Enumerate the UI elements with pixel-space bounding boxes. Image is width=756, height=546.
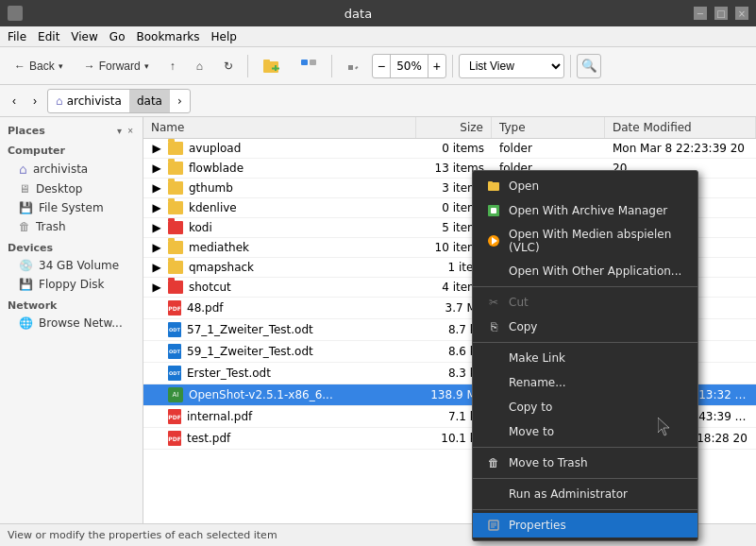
- desktop-icon: 🖥: [19, 182, 30, 196]
- menu-help[interactable]: Help: [206, 28, 243, 45]
- cm-copy-to[interactable]: Copy to: [473, 395, 697, 419]
- new-folder-button[interactable]: [254, 54, 288, 78]
- open-other-icon: [486, 264, 501, 279]
- network-icon: 🌐: [19, 316, 33, 330]
- loc-next-button[interactable]: ›: [26, 90, 43, 112]
- file-name: 48.pdf: [187, 301, 224, 315]
- cm-run-as-admin[interactable]: Run as Administrator: [473, 482, 697, 506]
- header-size[interactable]: Size: [416, 117, 492, 138]
- header-name[interactable]: Name: [143, 117, 416, 138]
- pdf-icon: PDF: [168, 409, 181, 424]
- cm-cut-label: Cut: [509, 296, 529, 309]
- cm-sep-2: [473, 342, 697, 343]
- new-folder-icon: [262, 58, 279, 75]
- cm-move-to[interactable]: Move to: [473, 419, 697, 444]
- zoom-in-button[interactable]: +: [428, 55, 445, 77]
- file-type: folder: [492, 139, 605, 158]
- places-menu-button[interactable]: ▾: [115, 126, 124, 136]
- properties-icon: [486, 518, 501, 533]
- expand-icon: ▶: [151, 142, 162, 155]
- menu-edit[interactable]: Edit: [32, 28, 65, 45]
- toolbar: ← Back ▾ → Forward ▾ ↑ ⌂ ↻: [0, 47, 756, 85]
- cm-move-to-trash[interactable]: 🗑 Move to Trash: [473, 451, 697, 475]
- sidebar-item-archivista[interactable]: ⌂ archivista: [0, 159, 143, 179]
- refresh-button[interactable]: ↻: [215, 56, 242, 77]
- sidebar-header-actions: ▾ ×: [115, 126, 135, 136]
- minimize-button[interactable]: −: [694, 7, 707, 20]
- move-to-icon: [486, 424, 501, 439]
- sidebar-item-trash[interactable]: 🗑 Trash: [0, 217, 143, 236]
- sidebar: Places ▾ × Computer ⌂ archivista 🖥 Deskt…: [0, 117, 143, 523]
- file-name: mediathek: [189, 241, 249, 254]
- cm-open-vlc-label: Open With Medien abspielen (VLC): [509, 228, 684, 254]
- cm-sep-1: [473, 286, 697, 287]
- file-name: internal.pdf: [187, 410, 252, 423]
- maximize-button[interactable]: □: [714, 7, 728, 20]
- search-button[interactable]: 🔍: [577, 54, 601, 78]
- cm-rename[interactable]: Rename...: [473, 370, 697, 395]
- up-button[interactable]: ↑: [161, 56, 184, 77]
- pdf-icon: PDF: [168, 431, 181, 446]
- sidebar-filesystem-label: File System: [39, 201, 104, 214]
- menubar: File Edit View Go Bookmarks Help: [0, 26, 756, 47]
- cm-make-link[interactable]: Make Link: [473, 346, 697, 370]
- view-toggle-button[interactable]: [292, 54, 326, 78]
- cm-open[interactable]: Open: [473, 174, 697, 198]
- zoom-icon: [346, 60, 360, 73]
- cm-open-vlc[interactable]: Open With Medien abspielen (VLC): [473, 223, 697, 259]
- cm-cut[interactable]: ✂ Cut: [473, 290, 697, 315]
- menu-bookmarks[interactable]: Bookmarks: [130, 28, 205, 45]
- archive-icon: [486, 203, 501, 218]
- cm-copy[interactable]: ⎘ Copy: [473, 315, 697, 339]
- sidebar-item-network[interactable]: 🌐 Browse Netw...: [0, 314, 143, 333]
- cm-open-label: Open: [509, 179, 539, 193]
- table-row[interactable]: ▶ avupload 0 items folder Mon Mar 8 22:2…: [143, 139, 756, 159]
- home-icon: ⌂: [19, 162, 27, 177]
- header-date[interactable]: Date Modified: [605, 117, 756, 138]
- folder-icon: [168, 162, 183, 175]
- forward-button[interactable]: → Forward ▾: [76, 56, 158, 77]
- titlebar: data − □ ×: [0, 0, 756, 26]
- link-icon: [486, 350, 501, 366]
- loc-prev-button[interactable]: ‹: [6, 90, 23, 112]
- trash-cm-icon: 🗑: [486, 455, 501, 470]
- trash-icon: 🗑: [19, 220, 30, 233]
- zoom-out-button[interactable]: −: [373, 55, 390, 77]
- disk-icon: 💿: [19, 259, 33, 272]
- cm-properties[interactable]: Properties: [473, 513, 697, 537]
- places-close-button[interactable]: ×: [126, 126, 135, 136]
- header-type[interactable]: Type: [492, 117, 605, 138]
- menu-file[interactable]: File: [2, 28, 32, 45]
- back-button[interactable]: ← Back ▾: [6, 56, 72, 77]
- file-name: flowblade: [189, 162, 244, 175]
- context-menu: Open Open With Archive Manager Open With…: [472, 170, 698, 541]
- menu-go[interactable]: Go: [104, 28, 131, 45]
- folder-icon: [168, 201, 183, 214]
- up-icon: ↑: [170, 60, 176, 73]
- sidebar-item-desktop[interactable]: 🖥 Desktop: [0, 179, 143, 198]
- forward-icon: →: [84, 60, 95, 73]
- svg-rect-4: [301, 60, 308, 65]
- sidebar-item-floppy[interactable]: 💾 Floppy Disk: [0, 275, 143, 294]
- zoom-out-small-button[interactable]: [338, 56, 368, 77]
- crumb-next-button[interactable]: ›: [170, 90, 190, 112]
- refresh-icon: ↻: [224, 60, 233, 73]
- view-select[interactable]: List View Icon View Compact View: [459, 54, 564, 78]
- cm-open-archive[interactable]: Open With Archive Manager: [473, 198, 697, 223]
- window-title: data: [23, 7, 694, 21]
- file-name: test.pdf: [187, 432, 230, 445]
- sidebar-item-filesystem[interactable]: 💾 File System: [0, 198, 143, 217]
- home-button[interactable]: ⌂: [188, 56, 211, 77]
- close-button[interactable]: ×: [735, 7, 748, 20]
- crumb-current[interactable]: data: [129, 90, 170, 112]
- cm-open-other[interactable]: Open With Other Application...: [473, 259, 697, 283]
- menu-view[interactable]: View: [65, 28, 103, 45]
- cm-copy-to-label: Copy to: [509, 401, 552, 414]
- copy-to-icon: [486, 400, 501, 415]
- crumb-home[interactable]: ⌂ archivista: [48, 90, 129, 112]
- file-name: shotcut: [189, 281, 231, 294]
- expand-icon: ▶: [151, 261, 162, 274]
- cut-icon: ✂: [486, 295, 501, 310]
- file-name: 57_1_Zweiter_Test.odt: [187, 323, 313, 336]
- sidebar-item-volume[interactable]: 💿 34 GB Volume: [0, 256, 143, 275]
